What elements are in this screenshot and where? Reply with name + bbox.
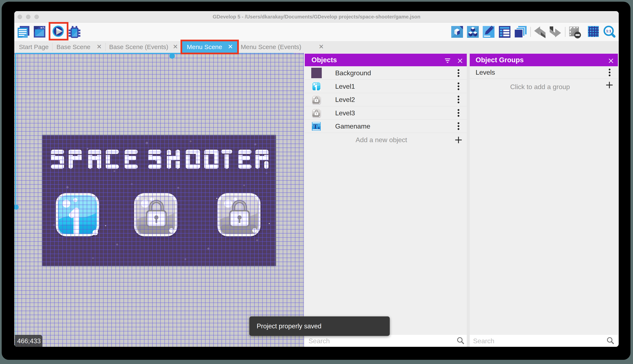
svg-text:x: x [318, 126, 320, 130]
svg-text:T: T [313, 123, 318, 130]
svg-text:1:1: 1:1 [606, 29, 611, 33]
